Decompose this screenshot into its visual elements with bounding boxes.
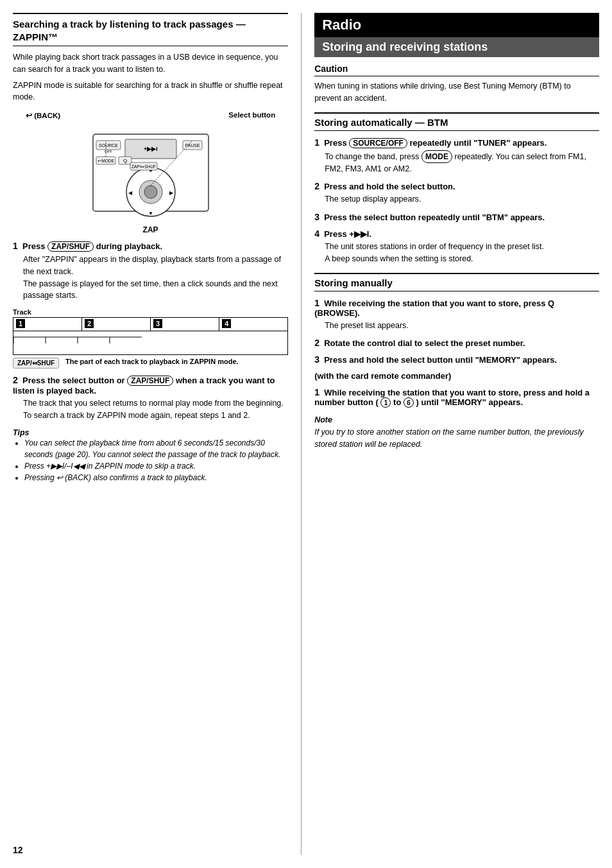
btm-step2: 2 Press and hold the select button. The … [314, 181, 599, 205]
tip-1: You can select the playback time from ab… [24, 437, 288, 460]
btm-step4-body1: The unit stores stations in order of fre… [325, 241, 599, 253]
manual-step2-num: 2 [314, 338, 319, 348]
tips-title: Tips [13, 428, 288, 437]
btm-step4-num: 4 [314, 229, 319, 239]
svg-text:▶: ▶ [169, 190, 174, 196]
intro-text-2: ZAPPIN mode is suitable for searching fo… [13, 80, 288, 104]
btm-title: Storing automatically — BTM [314, 112, 599, 131]
svg-text:+▶▶I: +▶▶I [144, 146, 158, 152]
card-remote-section: (with the card remote commander) 1 While… [314, 371, 599, 408]
step1-btn: ZAP/SHUF [47, 241, 94, 252]
btm-step2-num: 2 [314, 181, 319, 191]
circle-1: 1 [380, 397, 391, 408]
page: Searching a track by listening to track … [0, 0, 612, 868]
device-svg: +▶▶I SOURCE OFF PAUSE ↩MODE Q [80, 121, 221, 224]
tip-2: Press +▶▶I/–I◀◀ in ZAPPIN mode to skip a… [24, 460, 288, 472]
card-step1-num: 1 [314, 387, 319, 397]
circle-6: 6 [404, 397, 414, 408]
track-label: Track [13, 308, 288, 316]
btm-step2-title: Press and hold the select button. [324, 182, 455, 191]
btm-step4-body2: A beep sounds when the setting is stored… [325, 253, 599, 265]
btm-step1-btn1: SOURCE/OFF [349, 138, 407, 148]
step2-btn: ZAP/SHUF [127, 376, 173, 386]
btm-step1-title: Press [324, 138, 346, 148]
page-number: 12 [13, 845, 23, 855]
btm-step2-body: The setup display appears. [325, 193, 599, 205]
manual-step1: 1 While receiving the station that you w… [314, 298, 599, 332]
manual-step2: 2 Rotate the control dial to select the … [314, 338, 599, 348]
step2-title: Press the select button or [22, 376, 125, 385]
step1-block: 1 Press ZAP/SHUF during playback. After … [13, 241, 288, 302]
note-body: If you try to store another station on t… [314, 428, 584, 449]
radio-title: Radio [314, 13, 599, 37]
track-cell-3: 3 [151, 318, 219, 331]
back-label: ↩ (BACK) [26, 111, 60, 120]
step1-body1: After "ZAPPIN" appears in the display, p… [23, 254, 288, 278]
btm-step4: 4 Press +▶▶I. The unit stores stations i… [314, 229, 599, 265]
card-remote-title: (with the card remote commander) [314, 371, 599, 381]
zap-label: ZAP [13, 225, 288, 234]
track-cell-1: 1 [13, 318, 82, 331]
svg-text:SOURCE: SOURCE [99, 143, 118, 148]
btm-step1: 1 Press SOURCE/OFF repeatedly until "TUN… [314, 137, 599, 175]
step1-body2: The passage is played for the set time, … [23, 278, 288, 302]
step2-block: 2 Press the select button or ZAP/SHUF wh… [13, 375, 288, 422]
track-cell-4: 4 [219, 318, 287, 331]
btm-step1-body: To change the band, press [325, 152, 419, 161]
step1-title2: during playback. [96, 241, 162, 251]
part-label: The part of each track to playback in ZA… [65, 358, 288, 365]
svg-text:◀: ◀ [128, 190, 133, 196]
caution-title: Caution [314, 64, 599, 76]
card-step1-to: to [393, 397, 401, 407]
svg-point-14 [144, 186, 157, 198]
left-section-title: Searching a track by listening to track … [13, 13, 288, 46]
manual-title: Storing manually [314, 273, 599, 291]
manual-step3-num: 3 [314, 354, 319, 365]
right-column: Radio Storing and receiving stations Cau… [302, 13, 599, 855]
svg-text:PAUSE: PAUSE [185, 143, 200, 148]
track-cell-2: 2 [82, 318, 151, 331]
intro-text-1: While playing back short track passages … [13, 51, 288, 76]
svg-text:▼: ▼ [148, 211, 153, 216]
note-block: Note If you try to store another station… [314, 414, 599, 450]
select-label: Select button [228, 111, 275, 120]
step1-num: 1 [13, 241, 18, 251]
manual-step1-body: The preset list appears. [325, 320, 599, 332]
note-title: Note [314, 415, 332, 424]
tip-3: Pressing ↩ (BACK) also confirms a track … [24, 472, 288, 483]
btm-step1-num: 1 [314, 137, 319, 148]
caution-body: When tuning in stations while driving, u… [314, 80, 599, 105]
track-cells: 1 2 3 4 [13, 318, 287, 331]
btm-step3: 3 Press the select button repeatedly unt… [314, 212, 599, 222]
manual-step1-num: 1 [314, 298, 319, 308]
left-column: Searching a track by listening to track … [13, 13, 302, 855]
tips-list: You can select the playback time from ab… [13, 437, 288, 483]
manual-step2-title: Rotate the control dial to select the pr… [324, 338, 525, 348]
device-diagram: ↩ (BACK) Select button +▶▶I SOURCE OFF P… [13, 111, 288, 234]
zap-shuf-btn: ZAP/⇔SHUF [13, 358, 59, 369]
svg-text:ZAP/⇔SHUF: ZAP/⇔SHUF [132, 164, 156, 169]
svg-text:↩MODE: ↩MODE [98, 159, 114, 163]
card-step1: 1 While receiving the station that you w… [314, 387, 599, 408]
btm-step3-num: 3 [314, 212, 319, 222]
btm-step4-title: Press +▶▶I. [324, 229, 371, 239]
btm-step3-title: Press the select button repeatedly until… [324, 213, 545, 222]
manual-step1-title: While receiving the station that you wan… [324, 299, 545, 308]
track-arrows-svg [13, 334, 142, 353]
btm-section: Storing automatically — BTM 1 Press SOUR… [314, 112, 599, 265]
caution-section: Caution When tuning in stations while dr… [314, 64, 599, 105]
step2-body2: To search a track by ZAPPIN mode again, … [23, 410, 288, 422]
radio-subtitle: Storing and receiving stations [314, 37, 599, 57]
tips-block: Tips You can select the playback time fr… [13, 428, 288, 483]
btm-step1-title2: repeatedly until "TUNER" appears. [410, 138, 547, 148]
step2-num: 2 [13, 375, 18, 385]
track-diagram: Track 1 2 3 4 [13, 308, 288, 369]
track-arrow-row: ZAP/⇔SHUF The part of each track to play… [13, 358, 288, 369]
step2-body1: The track that you select returns to nor… [23, 397, 288, 410]
manual-section: Storing manually 1 While receiving the s… [314, 273, 599, 451]
step1-title: Press [22, 241, 45, 251]
manual-step3-title: Press and hold the select button until "… [324, 355, 557, 365]
svg-text:Q: Q [123, 158, 126, 164]
btm-step1-btn2: MODE [421, 150, 452, 163]
card-step1-title2: ) until "MEMORY" appears. [416, 397, 523, 407]
